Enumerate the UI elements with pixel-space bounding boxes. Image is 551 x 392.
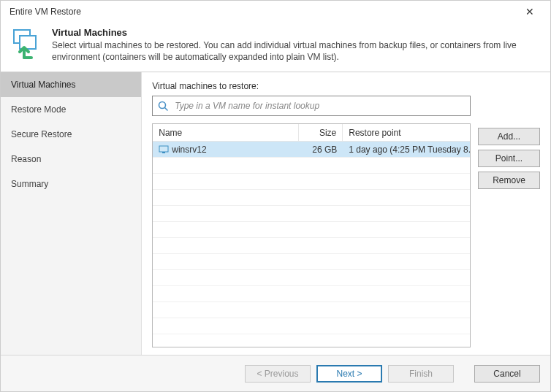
header: Virtual Machines Select virtual machines… — [1, 23, 550, 72]
table-body: winsrv12 26 GB 1 day ago (4:25 PM Tuesda… — [153, 142, 470, 347]
cancel-button[interactable]: Cancel — [474, 365, 540, 383]
svg-rect-1 — [20, 36, 36, 49]
column-restore-point[interactable]: Restore point — [343, 124, 470, 141]
next-button[interactable]: Next > — [316, 365, 382, 383]
add-button[interactable]: Add... — [478, 128, 540, 145]
column-size[interactable]: Size — [299, 124, 343, 141]
table-row-empty — [153, 254, 470, 270]
list-label: Virtual machines to restore: — [152, 81, 540, 91]
table-row-empty — [153, 286, 470, 302]
wizard-footer: < Previous Next > Finish Cancel — [1, 355, 550, 391]
table-row[interactable]: winsrv12 26 GB 1 day ago (4:25 PM Tuesda… — [153, 142, 470, 158]
table-row-empty — [153, 190, 470, 206]
table-row-empty — [153, 222, 470, 238]
close-icon[interactable]: ✕ — [515, 6, 544, 18]
wizard-body: Virtual Machines Restore Mode Secure Res… — [1, 72, 550, 355]
search-input[interactable] — [173, 100, 466, 112]
wizard-main: Virtual machines to restore: Name Size R… — [142, 72, 550, 355]
search-icon — [157, 100, 169, 112]
svg-rect-4 — [159, 146, 168, 152]
row-name: winsrv12 — [172, 145, 206, 155]
sidebar-item-virtual-machines[interactable]: Virtual Machines — [1, 72, 141, 97]
column-name[interactable]: Name — [153, 124, 299, 141]
table-row-empty — [153, 270, 470, 286]
vm-restore-icon — [10, 27, 43, 61]
table-row-empty — [153, 206, 470, 222]
row-restore-point: 1 day ago (4:25 PM Tuesday 8... — [343, 142, 470, 157]
point-button[interactable]: Point... — [478, 150, 540, 167]
vm-table: Name Size Restore point winsrv12 — [152, 123, 471, 347]
header-description: Select virtual machines to be restored. … — [52, 39, 542, 63]
vm-icon — [159, 145, 169, 155]
table-row-empty — [153, 174, 470, 190]
finish-button: Finish — [388, 365, 454, 383]
table-row-empty — [153, 238, 470, 254]
title-bar: Entire VM Restore ✕ — [1, 1, 550, 23]
table-row-empty — [153, 158, 470, 174]
table-row-empty — [153, 318, 470, 334]
svg-rect-5 — [162, 152, 165, 153]
sidebar-item-secure-restore[interactable]: Secure Restore — [1, 122, 141, 147]
side-buttons: Add... Point... Remove — [478, 96, 540, 347]
svg-line-3 — [165, 108, 168, 111]
sidebar-item-summary[interactable]: Summary — [1, 172, 141, 196]
table-header: Name Size Restore point — [153, 124, 470, 142]
table-row-empty — [153, 302, 470, 318]
remove-button[interactable]: Remove — [478, 172, 540, 189]
header-title: Virtual Machines — [52, 27, 542, 38]
header-text: Virtual Machines Select virtual machines… — [52, 27, 542, 63]
sidebar-item-reason[interactable]: Reason — [1, 147, 141, 172]
sidebar-item-restore-mode[interactable]: Restore Mode — [1, 97, 141, 122]
search-box[interactable] — [152, 96, 471, 116]
window-title: Entire VM Restore — [10, 7, 81, 17]
wizard-sidebar: Virtual Machines Restore Mode Secure Res… — [1, 72, 142, 355]
previous-button: < Previous — [245, 365, 311, 383]
row-size: 26 GB — [299, 142, 343, 157]
